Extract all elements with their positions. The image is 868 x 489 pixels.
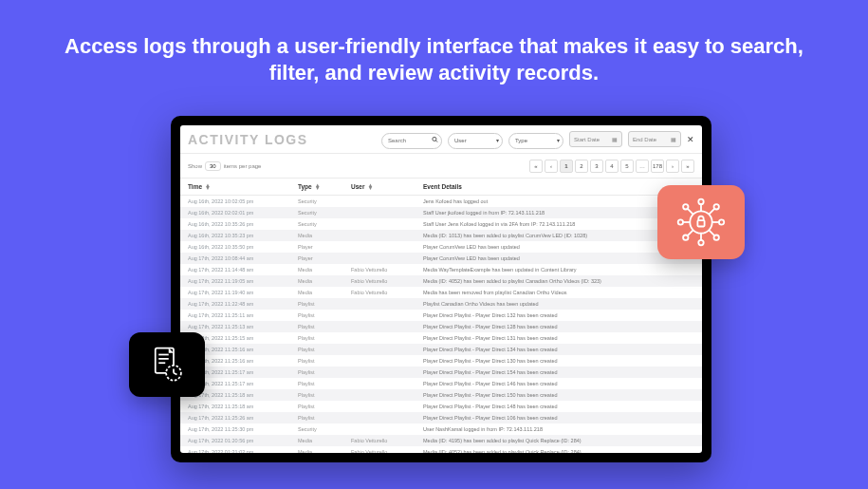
- pagination: «‹12345…178›»: [529, 160, 694, 173]
- table-row[interactable]: Aug 17th, 2022 11:19:40 amMediaFabio Vet…: [180, 287, 702, 298]
- svg-line-21: [709, 209, 714, 215]
- svg-point-24: [683, 235, 688, 240]
- cell-details: Player Direct Playlist - Player Direct 1…: [423, 369, 694, 375]
- svg-rect-10: [697, 220, 704, 226]
- calendar-icon: ▦: [671, 136, 676, 142]
- page-button[interactable]: 2: [575, 160, 588, 173]
- page-button[interactable]: ‹: [545, 160, 558, 173]
- cell-time: Aug 17th, 2022 11:19:40 am: [188, 290, 294, 295]
- page-button[interactable]: 3: [590, 160, 603, 173]
- table-row[interactable]: Aug 16th, 2022 10:35:26 pmSecurityStaff …: [180, 218, 702, 230]
- cell-details: Player Direct Playlist - Player Direct 1…: [423, 404, 694, 409]
- cell-details: Player Direct Playlist - Player Direct 1…: [423, 358, 694, 364]
- svg-line-23: [688, 230, 693, 235]
- page-button[interactable]: 4: [605, 160, 619, 173]
- sort-icon: ▲▼: [367, 184, 373, 190]
- table-row[interactable]: Aug 16th, 2022 10:35:50 pmPlayerPlayer C…: [180, 241, 702, 253]
- page-button[interactable]: 1: [560, 160, 573, 173]
- cell-details: Player Direct Playlist - Player Direct 1…: [423, 392, 694, 398]
- table-row[interactable]: Aug 16th, 2022 02:02:01 pmSecurityStaff …: [180, 207, 702, 218]
- table-row[interactable]: Aug 17th, 2022 11:25:26 amPlaylistPlayer…: [180, 412, 702, 423]
- cell-type: Playlist: [298, 301, 347, 307]
- table-row[interactable]: Aug 17th, 2022 11:25:11 amPlaylistPlayer…: [180, 310, 702, 321]
- cell-type: Playlist: [298, 358, 347, 364]
- table-row[interactable]: Aug 17th, 2022 10:08:44 amPlayerPlayer C…: [180, 253, 702, 264]
- table-row[interactable]: Aug 17th, 2022 11:14:48 amMediaFabio Vet…: [180, 264, 702, 275]
- table-row[interactable]: Aug 17th, 2022 11:25:18 amPlaylistPlayer…: [180, 389, 702, 401]
- cell-type: Playlist: [298, 369, 347, 375]
- table-row[interactable]: Aug 16th, 2022 10:35:23 pmMediaMedia (ID…: [180, 230, 702, 241]
- cell-type: Security: [298, 221, 347, 227]
- monitor-frame: ACTIVITY LOGS User Type Start Date▦ End …: [171, 116, 711, 462]
- page-button[interactable]: «: [529, 160, 543, 173]
- user-filter[interactable]: User: [448, 133, 503, 149]
- cell-type: Media: [298, 233, 347, 238]
- start-date-input[interactable]: Start Date▦: [569, 131, 622, 147]
- page-button[interactable]: 5: [620, 160, 634, 173]
- cell-type: Playlist: [298, 312, 347, 318]
- col-time[interactable]: Time▲▼: [188, 183, 294, 190]
- table-row[interactable]: Aug 17th, 2022 01:20:56 pmMediaFabio Vet…: [180, 435, 702, 446]
- table-row[interactable]: Aug 17th, 2022 11:25:30 pmSecurityUser N…: [180, 423, 702, 435]
- table-row[interactable]: Aug 17th, 2022 11:25:18 amPlaylistPlayer…: [180, 401, 702, 412]
- cell-type: Playlist: [298, 381, 347, 386]
- clear-filters-button[interactable]: ✕: [687, 135, 694, 144]
- table-row[interactable]: Aug 17th, 2022 11:25:16 amPlaylistPlayer…: [180, 355, 702, 367]
- col-type[interactable]: Type▲▼: [298, 183, 347, 190]
- table-row[interactable]: Aug 17th, 2022 11:25:15 amPlaylistPlayer…: [180, 332, 702, 344]
- controls-bar: Show 30 items per page «‹12345…178›»: [180, 154, 702, 179]
- cell-details: Player Direct Playlist - Player Direct 1…: [423, 324, 694, 329]
- cell-details: Player Direct Playlist - Player Direct 1…: [423, 312, 694, 318]
- table-row[interactable]: Aug 16th, 2022 10:02:05 pmSecurityJens K…: [180, 196, 702, 207]
- cell-type: Security: [298, 426, 347, 432]
- cell-time: Aug 17th, 2022 11:25:13 am: [188, 324, 294, 329]
- cell-type: Playlist: [298, 392, 347, 398]
- cell-time: Aug 17th, 2022 11:22:48 am: [188, 301, 294, 307]
- cell-time: Aug 16th, 2022 10:35:50 pm: [188, 244, 294, 250]
- table-row[interactable]: Aug 17th, 2022 11:19:05 amMediaFabio Vet…: [180, 275, 702, 287]
- cell-details: User NashKamal logged in from IP: 72.143…: [423, 426, 694, 432]
- cell-type: Player: [298, 244, 347, 250]
- sort-icon: ▲▼: [205, 184, 211, 190]
- table-row[interactable]: Aug 17th, 2022 11:22:48 amPlaylistPlayli…: [180, 298, 702, 310]
- col-time-label: Time: [188, 183, 202, 190]
- items-per-page-select[interactable]: 30: [205, 161, 221, 171]
- cell-details: Media has been removed from playlist Can…: [423, 290, 694, 295]
- table-row[interactable]: Aug 17th, 2022 01:21:02 pmMediaFabio Vet…: [180, 446, 702, 453]
- document-history-badge: [129, 332, 205, 397]
- cell-time: Aug 17th, 2022 11:25:26 am: [188, 415, 294, 421]
- col-user[interactable]: User▲▼: [351, 183, 419, 190]
- svg-line-25: [709, 230, 714, 235]
- search-wrap: [381, 129, 442, 149]
- table-row[interactable]: Aug 17th, 2022 11:25:16 amPlaylistPlayer…: [180, 344, 702, 355]
- cell-time: Aug 17th, 2022 11:25:18 am: [188, 392, 294, 398]
- end-date-input[interactable]: End Date▦: [628, 131, 681, 147]
- table-row[interactable]: Aug 17th, 2022 11:25:13 amPlaylistPlayer…: [180, 321, 702, 332]
- cell-type: Media: [298, 278, 347, 284]
- document-clock-icon: [147, 345, 187, 385]
- top-bar: ACTIVITY LOGS User Type Start Date▦ End …: [180, 125, 702, 154]
- cell-user: Fabio Vetturello: [351, 278, 419, 284]
- svg-point-14: [698, 240, 703, 245]
- sort-icon: ▲▼: [315, 184, 321, 190]
- table-row[interactable]: Aug 17th, 2022 11:25:17 amPlaylistPlayer…: [180, 367, 702, 378]
- show-prefix: Show: [188, 163, 202, 169]
- cell-details: Media WayTemplateExample has been update…: [423, 267, 694, 273]
- cell-details: Player Direct Playlist - Player Direct 1…: [423, 415, 694, 421]
- page-button[interactable]: »: [681, 160, 694, 173]
- col-user-label: User: [351, 183, 364, 190]
- svg-point-16: [678, 219, 683, 224]
- type-filter[interactable]: Type: [508, 133, 563, 149]
- svg-point-22: [714, 204, 719, 209]
- cell-time: Aug 16th, 2022 10:35:26 pm: [188, 221, 294, 227]
- cell-time: Aug 17th, 2022 11:25:18 am: [188, 404, 294, 409]
- col-type-label: Type: [298, 183, 312, 190]
- cell-user: Fabio Vetturello: [351, 449, 419, 453]
- table-row[interactable]: Aug 17th, 2022 11:25:17 amPlaylistPlayer…: [180, 378, 702, 389]
- page-button[interactable]: 178: [651, 160, 664, 173]
- page-button[interactable]: …: [636, 160, 649, 173]
- search-input[interactable]: [381, 133, 442, 149]
- page-button[interactable]: ›: [666, 160, 679, 173]
- cell-time: Aug 17th, 2022 11:14:48 am: [188, 267, 294, 273]
- svg-point-12: [698, 199, 703, 204]
